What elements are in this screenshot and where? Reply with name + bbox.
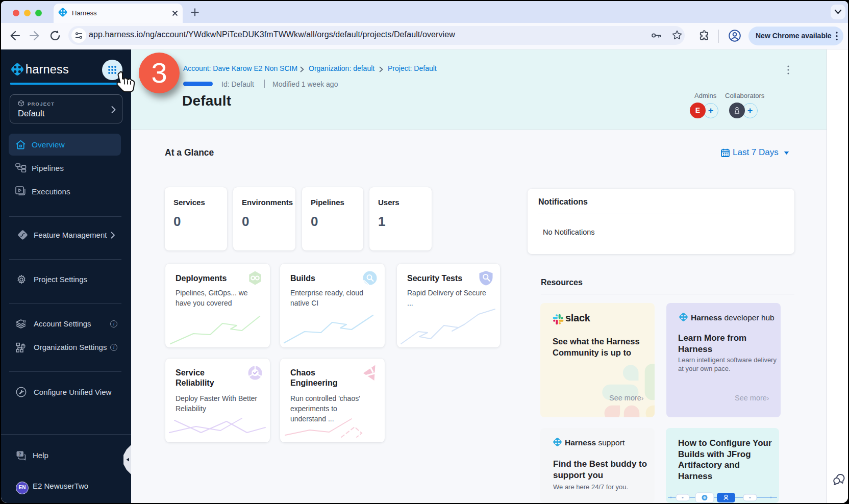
svg-text:?: ?: [18, 451, 21, 457]
